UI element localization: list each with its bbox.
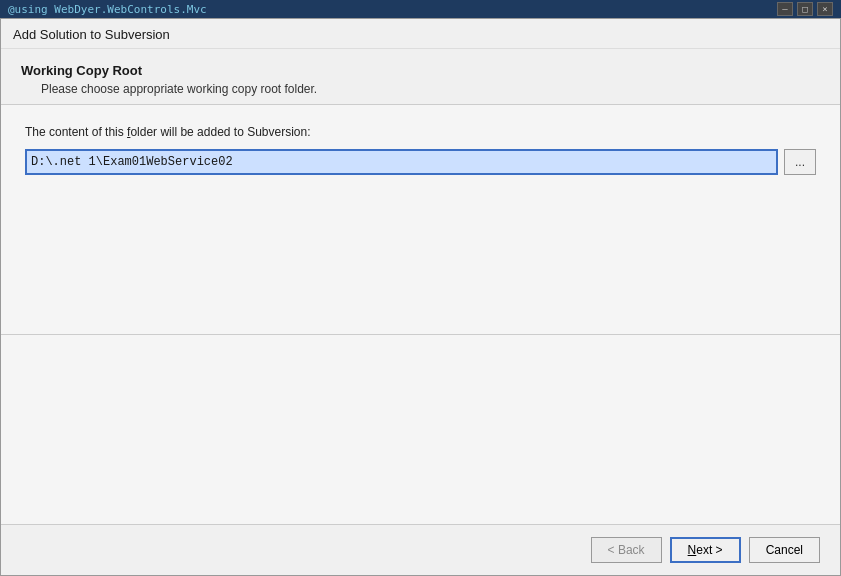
cancel-button[interactable]: Cancel bbox=[749, 537, 820, 563]
section-subtitle: Please choose appropriate working copy r… bbox=[21, 82, 820, 96]
browse-button[interactable]: ... bbox=[784, 149, 816, 175]
restore-button[interactable]: □ bbox=[797, 2, 813, 16]
minimize-button[interactable]: — bbox=[777, 2, 793, 16]
code-text: @using WebDyer.WebControls.Mvc bbox=[8, 3, 777, 16]
dialog-title: Add Solution to Subversion bbox=[13, 27, 170, 42]
close-button[interactable]: × bbox=[817, 2, 833, 16]
folder-path-input[interactable] bbox=[25, 149, 778, 175]
next-button[interactable]: Next > bbox=[670, 537, 741, 563]
folder-description-label: The content of this folder will be added… bbox=[25, 125, 816, 139]
section-title: Working Copy Root bbox=[21, 63, 820, 78]
back-button[interactable]: < Back bbox=[591, 537, 662, 563]
empty-space bbox=[1, 335, 840, 524]
